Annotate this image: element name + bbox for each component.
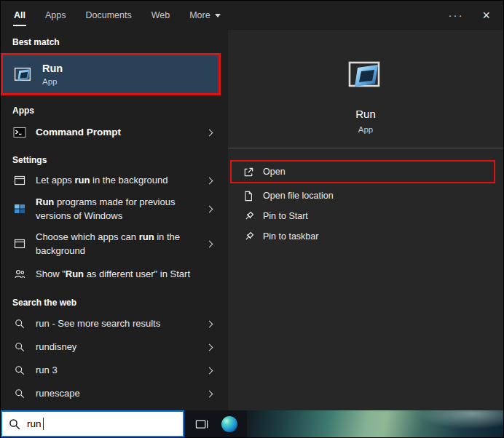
result-command-prompt[interactable]: Command Prompt <box>1 120 221 145</box>
result-web-see-more[interactable]: run - See more search results <box>1 312 221 335</box>
result-run-app[interactable]: Run App <box>3 55 218 93</box>
tab-more[interactable]: More <box>189 9 220 22</box>
result-web-rundisney[interactable]: rundisney <box>1 335 221 359</box>
run-app-icon <box>12 63 34 85</box>
best-match-subtitle: App <box>42 77 63 86</box>
compatibility-icon <box>12 203 27 215</box>
pin-to-taskbar-action[interactable]: Pin to taskbar <box>228 226 503 247</box>
tab-documents[interactable]: Documents <box>85 9 131 22</box>
users-icon <box>12 268 27 280</box>
annotation-highlight-open: Open <box>230 160 495 183</box>
preview-title: Run <box>355 108 376 120</box>
chevron-right-icon[interactable] <box>206 367 213 374</box>
divider <box>228 148 503 148</box>
best-match-title: Run <box>42 63 63 74</box>
search-input-value: run <box>27 418 42 429</box>
windows-search-panel: All Apps Documents Web More ··· × Best m… <box>0 0 504 438</box>
result-web-runescape[interactable]: runescape <box>1 382 221 405</box>
open-file-location-icon <box>243 191 254 202</box>
action-label: Pin to taskbar <box>263 231 318 242</box>
result-preview-pane: Run App Open <box>228 30 503 410</box>
tab-more-label: More <box>189 10 210 20</box>
window-controls: ··· × <box>448 9 490 22</box>
section-header-settings: Settings <box>1 154 221 167</box>
best-match-texts: Run App <box>42 63 63 86</box>
preview-subtitle: App <box>358 125 373 134</box>
command-prompt-icon <box>12 126 27 139</box>
section-header-best-match: Best match <box>1 36 221 49</box>
action-label: Pin to Start <box>263 211 308 221</box>
result-label: Let apps run in the background <box>36 173 207 188</box>
chevron-down-icon <box>215 14 221 17</box>
close-icon[interactable]: × <box>482 9 490 22</box>
chevron-right-icon[interactable] <box>206 205 213 212</box>
preview-actions: Open Open file location <box>228 160 503 247</box>
open-file-location-action[interactable]: Open file location <box>228 186 503 206</box>
search-icon <box>12 342 27 352</box>
result-label: run 3 <box>36 363 207 378</box>
result-label: Run programs made for previous versions … <box>36 195 207 223</box>
annotation-highlight-best-match: Run App <box>1 53 221 95</box>
tab-web[interactable]: Web <box>151 9 170 22</box>
result-setting-compatibility[interactable]: Run programs made for previous versions … <box>1 191 221 226</box>
search-results-list: Best match Run App Apps <box>1 30 221 410</box>
search-icon <box>12 365 27 375</box>
result-web-run-3[interactable]: run 3 <box>1 359 221 382</box>
pin-icon <box>243 231 254 242</box>
text-caret <box>43 418 44 430</box>
section-header-apps: Apps <box>1 104 221 117</box>
taskbar-icons <box>184 416 247 432</box>
result-label: Show "Run as different user" in Start <box>36 267 212 282</box>
section-header-search-web: Search the web <box>1 296 221 309</box>
taskbar <box>184 410 503 437</box>
search-icon <box>12 319 27 329</box>
tab-all[interactable]: All <box>14 9 25 22</box>
open-icon <box>243 167 254 178</box>
more-options-icon[interactable]: ··· <box>448 12 463 19</box>
result-label: rundisney <box>36 340 207 354</box>
chevron-right-icon[interactable] <box>206 240 213 247</box>
action-label: Open file location <box>263 191 334 201</box>
search-icon <box>12 389 27 399</box>
chevron-right-icon[interactable] <box>206 177 213 184</box>
result-label: Command Prompt <box>36 125 207 140</box>
desktop-wallpaper <box>247 410 503 437</box>
result-setting-background-apps[interactable]: Let apps run in the background <box>1 170 221 191</box>
app-window-icon <box>12 175 27 186</box>
tab-apps[interactable]: Apps <box>45 9 66 22</box>
app-window-icon <box>12 238 27 250</box>
pin-to-start-action[interactable]: Pin to Start <box>228 206 503 226</box>
chevron-right-icon[interactable] <box>206 343 213 351</box>
chevron-right-icon[interactable] <box>206 320 213 327</box>
action-label: Open <box>263 167 286 177</box>
pin-icon <box>243 211 254 222</box>
chevron-right-icon[interactable] <box>206 129 213 136</box>
result-label: run - See more search results <box>36 316 207 331</box>
result-setting-run-as-different-user[interactable]: Show "Run as different user" in Start <box>1 261 221 287</box>
result-setting-choose-background-apps[interactable]: Choose which apps can run in the backgro… <box>1 226 221 261</box>
open-action[interactable]: Open <box>232 162 494 182</box>
result-label: Choose which apps can run in the backgro… <box>36 230 207 258</box>
edge-browser-icon[interactable] <box>221 416 237 432</box>
search-input[interactable]: run <box>1 410 184 437</box>
chevron-right-icon[interactable] <box>206 390 213 397</box>
run-app-icon-large <box>344 53 387 95</box>
filter-tabs: All Apps Documents Web More <box>14 9 221 22</box>
result-label: runescape <box>36 386 207 401</box>
task-view-icon[interactable] <box>195 418 209 431</box>
search-icon <box>9 418 20 430</box>
search-filter-bar: All Apps Documents Web More ··· × <box>1 1 503 30</box>
